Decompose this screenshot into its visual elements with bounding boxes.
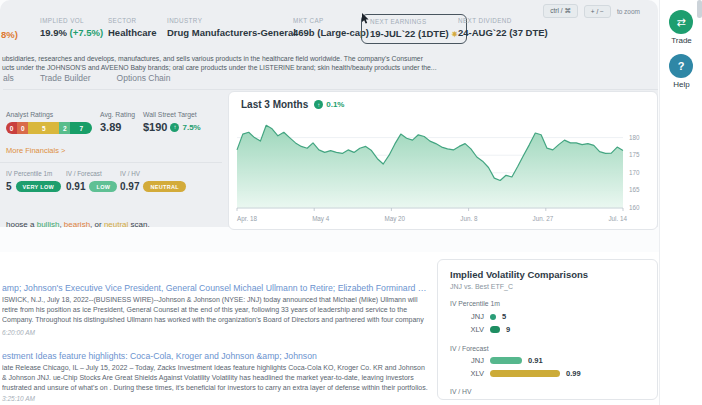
target-change-pct: 7.5% (182, 123, 200, 132)
iv-hv-label: IV / HV (120, 170, 186, 177)
neutral-scan-link[interactable]: neutral (104, 220, 128, 229)
ticker-label: XLV (462, 325, 484, 334)
x-tick: Apr. 18 (237, 215, 257, 222)
stat-implied-vol: IMPLIED VOL 19.9% (+7.5%) (40, 17, 103, 38)
news-body: ISWICK, N.J., July 18, 2022--(BUSINESS W… (2, 295, 428, 325)
green-bar (490, 357, 522, 364)
iv-comparisons-card: Implied Volatility Comparisons JNJ vs. B… (437, 259, 658, 400)
analyst-ratings-title: Analyst Ratings (6, 111, 53, 118)
tab-trade-builder[interactable]: Trade Builder (40, 73, 91, 83)
up-arrow-icon: ↑ (170, 123, 179, 132)
svg-text:170: 170 (629, 169, 640, 176)
company-description: ubsidiaries, researches and develops, ma… (2, 54, 562, 72)
stock-overview-card: ctrl / ⌘ + / − to zoom 8%) IMPLIED VOL 1… (0, 0, 658, 227)
app-screen: ctrl / ⌘ + / − to zoom 8%) IMPLIED VOL 1… (0, 0, 702, 405)
next-earnings-box[interactable]: NEXT EARNINGS 19-JUL`22 (1DTE) ✷ (361, 14, 467, 44)
industry-value: Drug Manufacturers-General (167, 27, 296, 38)
chart-header: Last 3 Months ↑ 0.1% (241, 99, 344, 110)
stat-label: NEXT DIVIDEND (458, 17, 548, 24)
bottom-section: amp; Johnson's Executive Vice President,… (0, 252, 659, 405)
stat-sector: SECTOR Healthcare (108, 17, 157, 38)
ivc-row-xlv-forecast: XLV 0.99 (462, 369, 581, 378)
analyst-ratings-bar: 0 0 5 2 7 (6, 122, 92, 134)
divider (0, 162, 222, 163)
news-title-link[interactable]: estment Ideas feature highlights: Coca-C… (2, 351, 428, 361)
news-timestamp: 6:20:00 AM (2, 329, 35, 336)
iv-hv-badge: NEUTRAL (143, 181, 185, 192)
avg-rating-label: Avg. Rating (100, 111, 135, 118)
ratings-strong-sell: 0 (6, 122, 17, 134)
trade-button-label: Trade (660, 36, 702, 45)
swap-arrows-icon: ⇄ (676, 16, 685, 29)
scan-suffix: scan. (128, 220, 149, 229)
scan-prefix: hoose a (6, 220, 37, 229)
iv-forecast-label: IV / Forecast (66, 170, 117, 177)
kbd-ctrl-cmd: ctrl / ⌘ (543, 4, 578, 18)
iv-forecast-badge: LOW (89, 181, 117, 192)
green-dot-icon (490, 314, 496, 320)
iv-forecast-value: 0.91 (66, 181, 85, 192)
help-button[interactable]: ? (669, 54, 693, 78)
avg-rating-value: 3.89 (100, 121, 121, 133)
stat-label: SECTOR (108, 17, 157, 24)
x-tick: Jun. 27 (533, 215, 554, 222)
ivc-row-jnj-percentile: JNJ 5 (462, 312, 506, 321)
earnings-star-icon: ✷ (451, 30, 458, 39)
description-line-1: ubsidiaries, researches and develops, ma… (2, 54, 562, 63)
price-chart-svg[interactable]: 180175170165160 (231, 116, 655, 216)
iv-forecast-group: IV / Forecast 0.91 LOW (66, 170, 117, 192)
tab-financials[interactable]: als (3, 73, 14, 83)
tab-bar: als Trade Builder Options Chain (3, 73, 658, 90)
bullish-scan-link[interactable]: bullish (37, 220, 60, 229)
stat-label: MKT CAP (293, 17, 369, 24)
iv-percentile-badge: VERY LOW (16, 181, 61, 192)
ticker-label: JNJ (462, 356, 484, 365)
chart-change: ↑ 0.1% (314, 100, 344, 109)
iv-hv-group: IV / HV 0.97 NEUTRAL (120, 170, 186, 192)
ivc-row-jnj-forecast: JNJ 0.91 (462, 356, 543, 365)
iv-comparisons-subtitle: JNJ vs. Best ETF_C (450, 283, 513, 290)
ratings-sell: 0 (17, 122, 28, 134)
next-dividend-value: 24-AUG`22 (37 DTE) (458, 27, 548, 38)
scrollbar-thumb[interactable] (697, 0, 702, 18)
implied-vol-value: 19.9% (40, 27, 67, 38)
description-line-2: ucts under the JOHNSON'S and AVEENO Baby… (2, 63, 562, 72)
implied-vol-change: (+7.5%) (70, 27, 104, 38)
iv-percentile-group: IV Percentile 1m 5 VERY LOW (6, 170, 61, 192)
scan-sentence: hoose a bullish, bearish, or neutral sca… (6, 220, 150, 229)
wall-street-target-value: $190 ↑ 7.5% (143, 121, 201, 133)
x-tick: May 4 (312, 215, 329, 222)
zoom-hint: ctrl / ⌘ + / − to zoom (543, 4, 640, 18)
iv-comparisons-title: Implied Volatility Comparisons (450, 269, 588, 280)
zoom-hint-text: to zoom (617, 8, 640, 15)
news-title-link[interactable]: amp; Johnson's Executive Vice President,… (2, 283, 428, 293)
chart-x-axis: Apr. 18 May 4 May 20 Jun. 8 Jun. 27 Jul.… (237, 215, 627, 222)
ratings-buy: 2 (59, 122, 70, 134)
chart-title: Last 3 Months (241, 99, 308, 110)
ivc-section-percentile: IV Percentile 1m (450, 300, 500, 307)
ivc-value: 9 (506, 325, 510, 334)
green-dot-icon (490, 326, 500, 333)
svg-text:180: 180 (629, 134, 640, 141)
bearish-scan-link[interactable]: bearish (64, 220, 90, 229)
news-body: iate Release Chicago, IL – July 15, 2022… (2, 363, 428, 393)
right-rail: ⇄ Trade ? Help (659, 0, 702, 405)
x-tick: May 20 (384, 215, 405, 222)
stat-label: INDUSTRY (167, 17, 296, 24)
trade-button[interactable]: ⇄ (669, 10, 693, 34)
svg-text:160: 160 (629, 204, 640, 211)
tab-options-chain[interactable]: Options Chain (117, 73, 171, 83)
iv-hv-value: 0.97 (120, 181, 139, 192)
news-timestamp: 3:25:10 AM (2, 395, 35, 402)
more-financials-link[interactable]: More Financials > (6, 146, 65, 155)
kbd-plus-minus: + / − (584, 5, 611, 18)
ratings-hold: 5 (28, 122, 59, 134)
svg-text:165: 165 (629, 186, 640, 193)
sector-value: Healthcare (108, 27, 157, 38)
price-chart-card: Last 3 Months ↑ 0.1% 180175170165160 Apr… (228, 91, 658, 230)
ivc-value: 5 (502, 312, 506, 321)
mkt-cap-value: 469b (Large-cap) (293, 27, 369, 38)
stat-label: NEXT EARNINGS (370, 18, 458, 25)
svg-text:175: 175 (629, 151, 640, 158)
ivc-section-hv: IV / HV (450, 388, 472, 395)
